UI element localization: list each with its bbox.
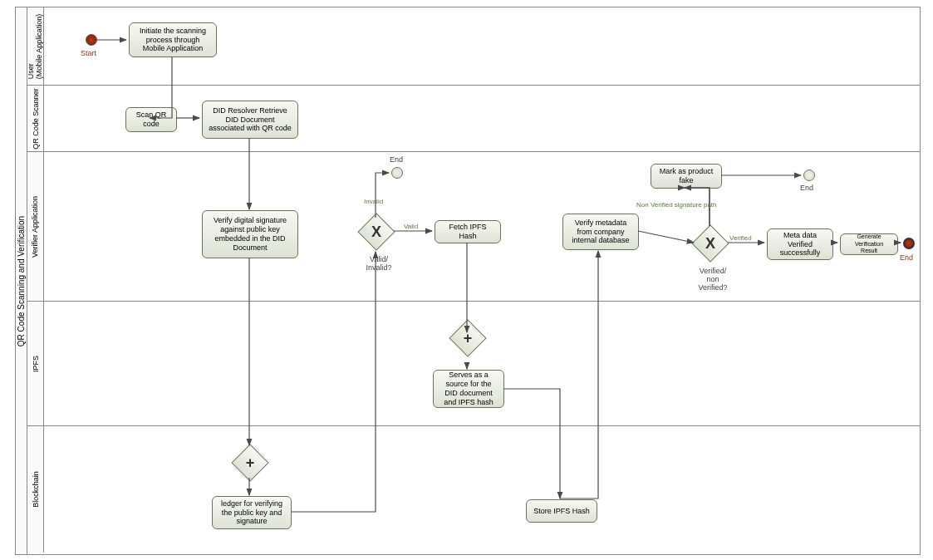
gateway-valid: X: [357, 213, 395, 250]
task-meta-verified: Meta data Verified successfully: [767, 228, 833, 260]
lane-ipfs-title-gutter: IPFS: [27, 302, 44, 425]
lane-user-title: User (Mobile Application): [27, 13, 44, 79]
lane-verifier-title-gutter: Verifier Application: [27, 152, 44, 301]
task-initiate: Initiate the scanning process through Mo…: [129, 22, 217, 57]
gateway-verified-label: Verified/ non Verified?: [692, 267, 734, 292]
lane-user-body: Start Initiate the scanning process thro…: [44, 7, 920, 85]
task-ipfs-source: Serves as a source for the DID document …: [433, 370, 504, 408]
lane-blockchain-title: Blockchain: [32, 471, 40, 508]
end-label-invalid: End: [390, 155, 403, 164]
lane-user: User (Mobile Application) Start Initiate…: [27, 7, 920, 86]
end-event-fake: [803, 169, 815, 181]
lane-blockchain: Blockchain + ledger for verifying the pu…: [27, 426, 920, 553]
edge-invalid: Invalid: [364, 198, 383, 205]
task-verify-sig: Verify digital signature against public …: [202, 210, 298, 258]
edge-verified: Verified: [729, 234, 752, 242]
task-scan-qr: Scan QR code: [125, 107, 177, 132]
task-verify-meta: Verify metadata from company internal da…: [562, 214, 639, 250]
start-label: Start: [81, 49, 96, 57]
task-did-resolver: DID Resolver Retrieve DID Document assoc…: [202, 101, 298, 139]
lane-blockchain-body: + ledger for verifying the public key an…: [44, 426, 920, 553]
task-fetch-hash: Fetch IPFS Hash: [435, 220, 501, 243]
gateway-ipfs-parallel: +: [449, 319, 486, 356]
lane-verifier: Verifier Application Verify digital sign…: [27, 152, 920, 302]
lane-ipfs: IPFS + Serves as a source for the DID do…: [27, 302, 920, 426]
gateway-valid-label: Valid/ Invalid?: [360, 255, 398, 272]
bpmn-pool: QR Code Scanning and Verification User (…: [15, 7, 921, 555]
lanes-container: User (Mobile Application) Start Initiate…: [27, 7, 920, 554]
lane-ipfs-body: + Serves as a source for the DID documen…: [44, 302, 920, 425]
lane-blockchain-title-gutter: Blockchain: [27, 426, 44, 553]
task-mark-fake: Mark as product fake: [651, 164, 722, 189]
pool-title-gutter: QR Code Scanning and Verification: [16, 7, 27, 554]
lane-ipfs-title: IPFS: [32, 355, 40, 371]
gateway-bc-parallel: +: [231, 444, 268, 481]
lane-qr-title: QR Code Scanner: [32, 88, 40, 150]
lane-verifier-body: Verify digital signature against public …: [44, 152, 920, 301]
lane-qr-title-gutter: QR Code Scanner: [27, 86, 44, 151]
end-event-final: [903, 238, 915, 249]
gateway-verified: X: [691, 224, 729, 262]
edge-nonverified: Non Verified signature path: [636, 201, 717, 209]
edge-valid: Valid: [404, 223, 418, 230]
lane-verifier-title: Verifier Application: [32, 195, 40, 257]
end-label-fake: End: [800, 184, 813, 192]
lane-qr: QR Code Scanner Scan QR code DID Resolve…: [27, 86, 920, 152]
task-gen-result: Generate Verification Result: [840, 233, 898, 255]
lane-user-title-gutter: User (Mobile Application): [27, 7, 44, 85]
lane-qr-body: Scan QR code DID Resolver Retrieve DID D…: [44, 86, 920, 151]
task-store-hash: Store IPFS Hash: [526, 499, 597, 523]
end-label-final: End: [900, 253, 913, 262]
start-event: [86, 34, 97, 46]
pool-title: QR Code Scanning and Verification: [17, 215, 26, 346]
task-ledger: ledger for verifying the public key and …: [212, 496, 292, 529]
end-event-invalid: [391, 167, 403, 179]
